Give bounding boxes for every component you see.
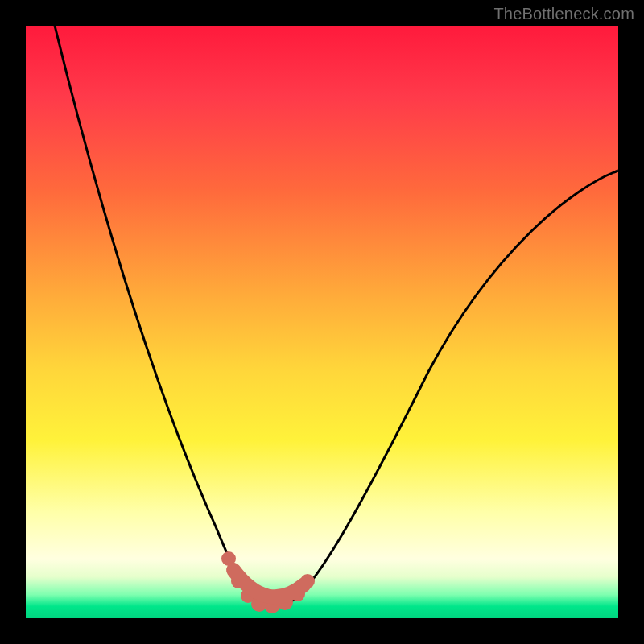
watermark-text: TheBottleneck.com: [493, 5, 634, 23]
valley-markers: [221, 551, 315, 613]
curve-layer: [26, 26, 618, 618]
chart-frame: TheBottleneck.com: [0, 0, 644, 644]
plot-area: [26, 26, 618, 618]
bottleneck-curve: [55, 26, 618, 607]
